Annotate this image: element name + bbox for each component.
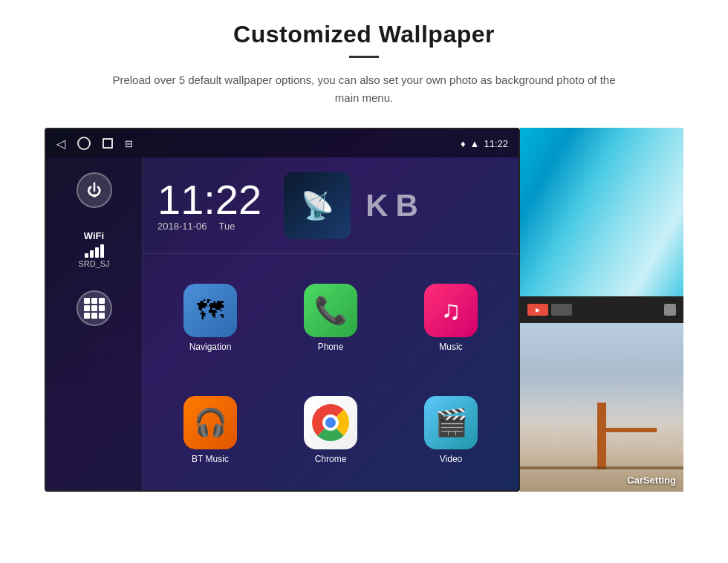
status-right: ♦ ▲ 11:22: [461, 138, 508, 149]
clock-time: 11:22: [157, 179, 261, 221]
grid-dot: [84, 313, 90, 319]
chrome-label: Chrome: [315, 454, 347, 464]
app-music[interactable]: ♫ Music: [391, 261, 511, 374]
grid-dot: [91, 298, 97, 304]
k-app-icon[interactable]: K: [365, 188, 388, 224]
wifi-bar-1: [85, 253, 88, 258]
back-icon[interactable]: ◁: [56, 137, 65, 151]
page-wrapper: Customized Wallpaper Preload over 5 defa…: [0, 0, 728, 563]
ui-bar-mini1: [664, 304, 676, 316]
time-display: 11:22: [484, 138, 508, 149]
time-row: 11:22 2018-11-06 Tue 📡 K B: [143, 157, 519, 254]
nav-buttons: ◁ ⊟: [56, 137, 133, 151]
bridge-scene: [520, 323, 683, 492]
app-bt-music[interactable]: 🎧 BT Music: [150, 374, 270, 486]
bridge-tower-left: [597, 403, 606, 469]
music-symbol: ♫: [441, 295, 461, 326]
phone-icon: 📞: [304, 284, 357, 337]
page-subtitle: Preload over 5 default wallpaper options…: [111, 71, 617, 107]
bt-symbol: 🎧: [194, 407, 227, 438]
day-value: Tue: [219, 221, 235, 232]
wifi-bar-3: [95, 247, 99, 258]
chrome-icon: [304, 396, 357, 449]
wifi-bar-4: [100, 244, 104, 258]
screen-content: ⏻ WiFi SRD_SJ: [46, 157, 519, 492]
bridge-cable-top: [597, 428, 657, 432]
grid-icon: [84, 298, 105, 319]
app-phone[interactable]: 📞 Phone: [270, 261, 391, 374]
content-area: ◁ ⊟ ♦ ▲ 11:22 ⏻: [45, 128, 683, 492]
title-divider: [349, 56, 379, 58]
center-panel: 11:22 2018-11-06 Tue 📡 K B: [143, 157, 519, 492]
wallpaper-ice[interactable]: [520, 128, 683, 296]
nav-app-symbol: 🗺: [197, 295, 224, 326]
app-navigation[interactable]: 🗺 Navigation: [150, 261, 270, 374]
wifi-bar-2: [90, 250, 94, 258]
music-label: Music: [439, 342, 462, 352]
video-symbol: 🎬: [435, 407, 468, 438]
wifi-bars: [78, 244, 109, 258]
ice-crystals-bg: [520, 128, 683, 296]
ui-bar-icon2: [551, 304, 572, 316]
navigation-icon: 🗺: [183, 284, 237, 337]
date-value: 2018-11-06: [157, 221, 207, 232]
signal-icon: ▲: [470, 138, 480, 149]
apps-grid-button[interactable]: [77, 290, 112, 326]
music-icon: ♫: [424, 284, 478, 337]
left-sidebar: ⏻ WiFi SRD_SJ: [46, 157, 143, 492]
wallpaper-ui-bar: ▶: [520, 296, 683, 323]
chrome-circle: [312, 404, 349, 441]
android-screen: ◁ ⊟ ♦ ▲ 11:22 ⏻: [45, 128, 520, 492]
ui-bar-icon1: ▶: [527, 304, 548, 316]
wifi-label: WiFi: [78, 230, 109, 241]
wallpaper-panel: ▶ CarSetting: [520, 128, 683, 492]
wifi-ssid: SRD_SJ: [78, 259, 109, 268]
b-app-icon[interactable]: B: [395, 188, 417, 224]
status-bar: ◁ ⊟ ♦ ▲ 11:22: [46, 129, 519, 157]
wallpaper-bridge[interactable]: CarSetting: [520, 323, 683, 492]
home-icon[interactable]: [77, 137, 91, 150]
recents-icon[interactable]: [103, 138, 113, 149]
phone-symbol: 📞: [314, 295, 348, 326]
grid-dot: [99, 313, 105, 319]
clock-block: 11:22 2018-11-06 Tue: [157, 179, 261, 232]
bt-music-icon: 🎧: [183, 396, 237, 449]
power-button[interactable]: ⏻: [77, 172, 112, 208]
app-video[interactable]: 🎬 Video: [391, 374, 511, 486]
signal-wifi-icon: 📡: [301, 190, 334, 221]
chrome-center-dot: [323, 415, 338, 430]
wifi-block[interactable]: WiFi SRD_SJ: [78, 230, 109, 268]
app-chrome[interactable]: Chrome: [270, 374, 391, 486]
grid-dot: [99, 298, 105, 304]
grid-dot: [91, 313, 97, 319]
page-title: Customized Wallpaper: [233, 21, 495, 48]
power-icon: ⏻: [87, 182, 102, 199]
carsetting-label: CarSetting: [627, 475, 676, 486]
ui-bar-icons: ▶: [527, 304, 572, 316]
signal-widget: 📡: [284, 172, 351, 239]
bt-music-label: BT Music: [192, 454, 229, 464]
grid-dot: [91, 305, 97, 311]
grid-dot: [84, 298, 90, 304]
video-icon: 🎬: [424, 396, 478, 449]
screenshot-icon[interactable]: ⊟: [125, 138, 133, 149]
navigation-label: Navigation: [189, 342, 232, 352]
bridge-road: [520, 466, 683, 469]
grid-dot: [84, 305, 90, 311]
phone-label: Phone: [318, 342, 344, 352]
ui-bar-right: [664, 304, 676, 316]
video-label: Video: [440, 454, 462, 464]
grid-dot: [99, 305, 105, 311]
location-icon: ♦: [461, 138, 466, 149]
apps-grid: 🗺 Navigation 📞 Phone: [143, 254, 519, 492]
